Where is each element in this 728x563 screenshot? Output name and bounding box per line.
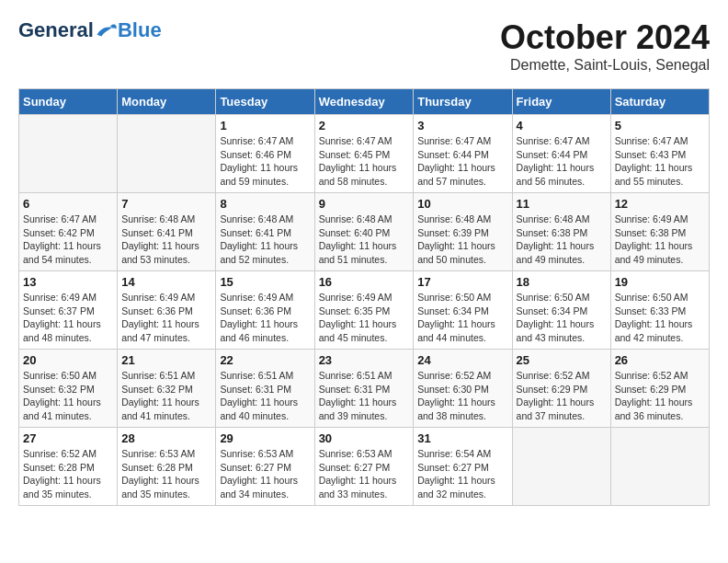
title-block: October 2024 Demette, Saint-Louis, Seneg… xyxy=(500,18,710,74)
sunrise-text: Sunrise: 6:54 AM xyxy=(417,448,491,459)
calendar-cell: 5Sunrise: 6:47 AMSunset: 6:43 PMDaylight… xyxy=(610,115,709,193)
sunset-text: Sunset: 6:40 PM xyxy=(319,227,391,238)
daylight-text: Daylight: 11 hours and 54 minutes. xyxy=(23,240,101,265)
calendar-cell xyxy=(19,115,118,193)
calendar-week-2: 6Sunrise: 6:47 AMSunset: 6:42 PMDaylight… xyxy=(19,193,710,271)
logo-bird-icon xyxy=(96,21,118,40)
calendar-week-3: 13Sunrise: 6:49 AMSunset: 6:37 PMDayligh… xyxy=(19,271,710,350)
daylight-text: Daylight: 11 hours and 55 minutes. xyxy=(615,162,693,187)
calendar-cell: 14Sunrise: 6:49 AMSunset: 6:36 PMDayligh… xyxy=(118,271,216,350)
day-header-tuesday: Tuesday xyxy=(216,89,314,115)
daylight-text: Daylight: 11 hours and 50 minutes. xyxy=(417,240,495,265)
day-info: Sunrise: 6:47 AMSunset: 6:44 PMDaylight:… xyxy=(517,134,607,189)
sunrise-text: Sunrise: 6:50 AM xyxy=(417,292,491,303)
sunset-text: Sunset: 6:27 PM xyxy=(417,462,489,473)
sunrise-text: Sunrise: 6:52 AM xyxy=(417,370,491,381)
sunset-text: Sunset: 6:41 PM xyxy=(121,227,193,238)
day-header-sunday: Sunday xyxy=(19,89,118,115)
page-header: General Blue October 2024 Demette, Saint… xyxy=(18,18,710,74)
calendar-header-row: SundayMondayTuesdayWednesdayThursdayFrid… xyxy=(19,89,710,115)
sunset-text: Sunset: 6:36 PM xyxy=(121,305,193,316)
calendar-cell: 21Sunrise: 6:51 AMSunset: 6:32 PMDayligh… xyxy=(118,350,216,428)
calendar-cell: 22Sunrise: 6:51 AMSunset: 6:31 PMDayligh… xyxy=(216,350,314,428)
daylight-text: Daylight: 11 hours and 32 minutes. xyxy=(417,475,495,500)
day-number: 8 xyxy=(220,197,310,211)
sunset-text: Sunset: 6:38 PM xyxy=(615,227,687,238)
logo-blue: Blue xyxy=(118,18,162,42)
location-subtitle: Demette, Saint-Louis, Senegal xyxy=(500,57,710,74)
calendar-cell xyxy=(512,428,610,506)
day-info: Sunrise: 6:50 AMSunset: 6:32 PMDaylight:… xyxy=(23,369,113,423)
daylight-text: Daylight: 11 hours and 57 minutes. xyxy=(417,162,495,187)
day-info: Sunrise: 6:50 AMSunset: 6:34 PMDaylight:… xyxy=(417,291,507,345)
calendar-cell: 29Sunrise: 6:53 AMSunset: 6:27 PMDayligh… xyxy=(216,428,314,506)
day-number: 5 xyxy=(615,119,705,132)
day-info: Sunrise: 6:47 AMSunset: 6:45 PMDaylight:… xyxy=(319,134,410,189)
calendar-cell: 23Sunrise: 6:51 AMSunset: 6:31 PMDayligh… xyxy=(314,350,414,428)
daylight-text: Daylight: 11 hours and 45 minutes. xyxy=(319,318,397,343)
calendar-cell: 15Sunrise: 6:49 AMSunset: 6:36 PMDayligh… xyxy=(216,271,314,350)
sunset-text: Sunset: 6:42 PM xyxy=(23,227,95,238)
day-number: 15 xyxy=(220,275,310,289)
daylight-text: Daylight: 11 hours and 46 minutes. xyxy=(220,318,298,343)
day-info: Sunrise: 6:47 AMSunset: 6:43 PMDaylight:… xyxy=(615,134,705,189)
sunrise-text: Sunrise: 6:49 AM xyxy=(220,292,293,303)
day-number: 11 xyxy=(517,197,607,211)
day-number: 21 xyxy=(121,353,211,367)
daylight-text: Daylight: 11 hours and 48 minutes. xyxy=(23,318,101,343)
sunset-text: Sunset: 6:27 PM xyxy=(319,462,391,473)
day-number: 23 xyxy=(319,353,410,367)
day-info: Sunrise: 6:53 AMSunset: 6:28 PMDaylight:… xyxy=(121,447,211,501)
calendar-cell: 30Sunrise: 6:53 AMSunset: 6:27 PMDayligh… xyxy=(314,428,414,506)
day-number: 13 xyxy=(23,275,113,289)
day-number: 20 xyxy=(23,353,113,367)
day-number: 14 xyxy=(121,275,211,289)
day-number: 28 xyxy=(121,431,211,445)
sunset-text: Sunset: 6:34 PM xyxy=(517,305,588,316)
sunset-text: Sunset: 6:38 PM xyxy=(517,227,588,238)
day-number: 25 xyxy=(517,353,607,367)
calendar-cell: 20Sunrise: 6:50 AMSunset: 6:32 PMDayligh… xyxy=(19,350,118,428)
day-number: 2 xyxy=(319,119,410,132)
sunset-text: Sunset: 6:45 PM xyxy=(319,149,391,160)
daylight-text: Daylight: 11 hours and 33 minutes. xyxy=(319,475,397,500)
day-number: 6 xyxy=(23,197,113,211)
daylight-text: Daylight: 11 hours and 41 minutes. xyxy=(23,396,101,421)
day-info: Sunrise: 6:49 AMSunset: 6:36 PMDaylight:… xyxy=(220,291,310,345)
calendar-week-1: 1Sunrise: 6:47 AMSunset: 6:46 PMDaylight… xyxy=(19,115,710,193)
day-number: 26 xyxy=(615,353,705,367)
calendar-cell: 3Sunrise: 6:47 AMSunset: 6:44 PMDaylight… xyxy=(414,115,512,193)
day-info: Sunrise: 6:48 AMSunset: 6:41 PMDaylight:… xyxy=(121,213,211,267)
sunrise-text: Sunrise: 6:51 AM xyxy=(220,370,293,381)
day-number: 10 xyxy=(417,197,507,211)
day-number: 4 xyxy=(517,119,607,132)
day-number: 18 xyxy=(517,275,607,289)
day-number: 16 xyxy=(319,275,410,289)
sunrise-text: Sunrise: 6:48 AM xyxy=(417,213,491,224)
sunset-text: Sunset: 6:32 PM xyxy=(23,384,95,395)
daylight-text: Daylight: 11 hours and 40 minutes. xyxy=(220,396,298,421)
daylight-text: Daylight: 11 hours and 37 minutes. xyxy=(517,396,595,421)
day-number: 3 xyxy=(417,119,507,132)
sunrise-text: Sunrise: 6:48 AM xyxy=(121,213,195,224)
calendar-week-4: 20Sunrise: 6:50 AMSunset: 6:32 PMDayligh… xyxy=(19,350,710,428)
daylight-text: Daylight: 11 hours and 58 minutes. xyxy=(319,162,397,187)
calendar-cell: 19Sunrise: 6:50 AMSunset: 6:33 PMDayligh… xyxy=(610,271,709,350)
day-info: Sunrise: 6:52 AMSunset: 6:28 PMDaylight:… xyxy=(23,447,113,501)
sunrise-text: Sunrise: 6:48 AM xyxy=(220,213,293,224)
calendar-cell: 28Sunrise: 6:53 AMSunset: 6:28 PMDayligh… xyxy=(118,428,216,506)
day-header-wednesday: Wednesday xyxy=(314,89,414,115)
sunset-text: Sunset: 6:36 PM xyxy=(220,305,291,316)
day-number: 9 xyxy=(319,197,410,211)
day-info: Sunrise: 6:50 AMSunset: 6:34 PMDaylight:… xyxy=(517,291,607,345)
sunrise-text: Sunrise: 6:47 AM xyxy=(417,135,491,146)
day-info: Sunrise: 6:47 AMSunset: 6:46 PMDaylight:… xyxy=(220,134,310,189)
calendar-table: SundayMondayTuesdayWednesdayThursdayFrid… xyxy=(18,88,710,506)
daylight-text: Daylight: 11 hours and 47 minutes. xyxy=(121,318,199,343)
day-number: 31 xyxy=(417,431,507,445)
day-number: 19 xyxy=(615,275,705,289)
day-info: Sunrise: 6:51 AMSunset: 6:31 PMDaylight:… xyxy=(319,369,410,423)
sunset-text: Sunset: 6:32 PM xyxy=(121,384,193,395)
sunset-text: Sunset: 6:41 PM xyxy=(220,227,291,238)
day-header-friday: Friday xyxy=(512,89,610,115)
